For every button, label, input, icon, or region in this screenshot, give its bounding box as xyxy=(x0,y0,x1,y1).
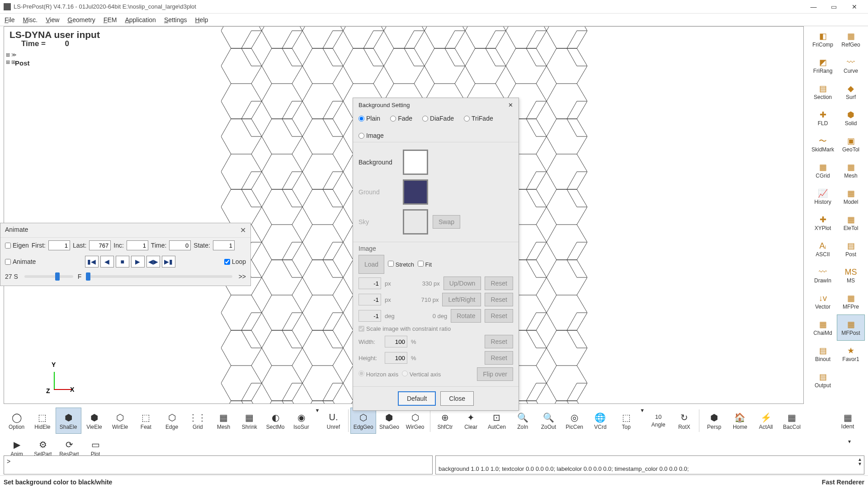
first-frame-button[interactable]: ▮◀ xyxy=(85,256,99,267)
swap-button[interactable]: Swap xyxy=(433,215,460,229)
rotate-button[interactable]: Rotate xyxy=(451,309,481,323)
btn-zoout[interactable]: 🔍ZoOut xyxy=(536,408,561,434)
tool-geotol[interactable]: ▣GeoTol xyxy=(837,131,865,157)
frame-slider[interactable] xyxy=(86,275,232,278)
slider-right-label[interactable]: >> xyxy=(239,273,246,280)
prev-frame-button[interactable]: ◀ xyxy=(100,256,114,267)
stepframe-button[interactable]: ◀▶ xyxy=(146,256,160,267)
minimize-button[interactable]: — xyxy=(803,0,824,14)
menu-settings[interactable]: Settings xyxy=(164,16,187,23)
btn-mesh[interactable]: ▦Mesh xyxy=(211,408,236,434)
btn-piccen[interactable]: ◎PicCen xyxy=(561,408,587,434)
tool-fricomp[interactable]: ◧FriComp xyxy=(809,26,837,52)
animate-checkbox[interactable]: Animate xyxy=(5,258,36,265)
tool-post[interactable]: ▤Post xyxy=(837,236,865,262)
tool-output[interactable]: ▤Output xyxy=(809,367,837,393)
horizon-radio[interactable]: Horizon axis xyxy=(359,371,398,378)
btn-hidele[interactable]: ⬚HidEle xyxy=(29,408,55,434)
tool-ascii[interactable]: AᵢASCII xyxy=(809,236,837,262)
tool-mfpre[interactable]: ▦MFPre xyxy=(837,288,865,314)
menu-view[interactable]: View xyxy=(46,16,59,23)
radio-image[interactable]: Image xyxy=(359,132,384,139)
btn-wirgeo[interactable]: ⬡WirGeo xyxy=(402,408,428,434)
btn-actall[interactable]: ⚡ActAll xyxy=(753,408,779,434)
btn-sectmo[interactable]: ◐SectMo xyxy=(263,408,288,434)
scale-checkbox[interactable]: Scale image with constraint ratio xyxy=(359,325,513,332)
tool-drawin[interactable]: 〰DrawIn xyxy=(809,262,837,288)
tool-mfpost[interactable]: ▦MFPost xyxy=(837,314,865,341)
default-button[interactable]: Default xyxy=(398,391,436,406)
btn-shrink[interactable]: ▦Shrink xyxy=(236,408,262,434)
tool-frirang[interactable]: ◩FriRang xyxy=(809,52,837,79)
btn-edggeo[interactable]: ⬡EdgGeo xyxy=(350,408,376,434)
updown-reset[interactable]: Reset xyxy=(485,277,513,290)
menu-misc[interactable]: Misc. xyxy=(23,16,38,23)
btn-feat[interactable]: ⬚Feat xyxy=(133,408,159,434)
tool-surf[interactable]: ◆Surf xyxy=(837,79,865,105)
menu-application[interactable]: Application xyxy=(125,16,156,23)
rotate-value[interactable] xyxy=(359,310,381,322)
btn-top[interactable]: ⬚Top xyxy=(613,408,639,434)
height-input[interactable] xyxy=(385,352,407,364)
tool-fld[interactable]: ✚FLD xyxy=(809,105,837,131)
load-button[interactable]: Load xyxy=(359,255,384,274)
stop-button[interactable]: ■ xyxy=(116,256,129,267)
radio-diafade[interactable]: DiaFade xyxy=(422,115,454,122)
radio-trifade[interactable]: TriFade xyxy=(464,115,493,122)
background-color-swatch[interactable] xyxy=(403,150,428,175)
inc-input[interactable] xyxy=(127,240,148,250)
leftright-reset[interactable]: Reset xyxy=(485,293,513,306)
ident-button[interactable]: ▦ Ident xyxy=(834,408,862,434)
tool-skidmark[interactable]: 〜SkidMark xyxy=(809,131,837,157)
dropdown-icon[interactable]: ▼ xyxy=(639,408,646,419)
close-button[interactable]: ✕ xyxy=(844,0,864,14)
maximize-button[interactable]: ▭ xyxy=(824,0,844,14)
speed-slider[interactable] xyxy=(24,275,73,278)
fit-checkbox[interactable]: Fit xyxy=(418,261,432,268)
tool-model[interactable]: ▦Model xyxy=(837,183,865,210)
dialog-close-button[interactable]: ✕ xyxy=(508,102,513,108)
btn-clear[interactable]: ✦Clear xyxy=(458,408,484,434)
menu-help[interactable]: Help xyxy=(195,16,208,23)
tool-binout[interactable]: ▤Binout xyxy=(809,341,837,367)
btn-shageo[interactable]: ⬢ShaGeo xyxy=(376,408,402,434)
leftright-value[interactable] xyxy=(359,294,381,305)
last-input[interactable] xyxy=(89,240,111,250)
animate-close-button[interactable]: ✕ xyxy=(240,226,246,235)
tool-history[interactable]: 📈History xyxy=(809,183,837,210)
loop-checkbox[interactable]: Loop xyxy=(224,258,246,265)
tool-chaimd[interactable]: ▦ChaiMd xyxy=(809,314,837,341)
tool-favor1[interactable]: ★Favor1 xyxy=(837,341,865,367)
tool-xyplot[interactable]: ✚XYPlot xyxy=(809,210,837,236)
btn-vieele[interactable]: ⬢VieEle xyxy=(81,408,107,434)
tree-post[interactable]: Post xyxy=(15,59,30,67)
menu-fem[interactable]: FEM xyxy=(104,16,117,23)
btn-angle[interactable]: 10Angle xyxy=(646,408,671,434)
flipover-button[interactable]: Flip over xyxy=(477,367,513,381)
last-frame-button[interactable]: ▶▮ xyxy=(162,256,175,267)
time-input[interactable] xyxy=(169,240,191,250)
height-reset[interactable]: Reset xyxy=(485,351,513,365)
tool-eletol[interactable]: ▦EleTol xyxy=(837,210,865,236)
ident-dropdown-icon[interactable]: ▾ xyxy=(848,438,851,445)
btn-persp[interactable]: ⬢Persp xyxy=(701,408,727,434)
tool-curve[interactable]: 〰Curve xyxy=(837,52,865,79)
btn-shfctr[interactable]: ⊕ShfCtr xyxy=(432,408,458,434)
slider-handle1[interactable] xyxy=(55,272,60,281)
btn-shaele[interactable]: ⬢ShaEle xyxy=(56,408,81,434)
width-input[interactable] xyxy=(385,336,407,347)
sky-color-swatch[interactable] xyxy=(403,209,428,235)
updown-button[interactable]: Up/Down xyxy=(443,277,481,290)
btn-baccol[interactable]: ▦BacCol xyxy=(779,408,805,434)
slider-handle2[interactable] xyxy=(86,272,90,281)
dropdown-icon[interactable]: ▼ xyxy=(314,408,321,419)
close-dialog-button[interactable]: Close xyxy=(440,391,474,406)
tool-mesh[interactable]: ▦Mesh xyxy=(837,157,865,183)
ground-color-swatch[interactable] xyxy=(403,179,428,205)
tool-refgeo[interactable]: ▦RefGeo xyxy=(837,26,865,52)
btn-rotx[interactable]: ↻RotX xyxy=(671,408,697,434)
leftright-button[interactable]: Left/Right xyxy=(442,293,481,306)
width-reset[interactable]: Reset xyxy=(485,335,513,348)
tool-vector[interactable]: ↓vVector xyxy=(809,288,837,314)
vertical-radio[interactable]: Vertical axis xyxy=(402,371,441,378)
